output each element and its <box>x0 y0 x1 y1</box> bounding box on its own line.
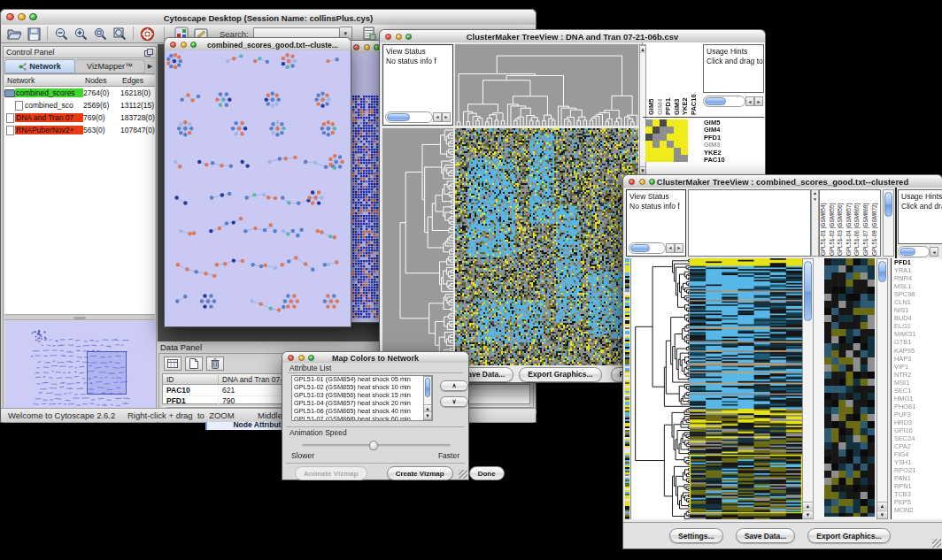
gene-label[interactable]: PUF3 <box>894 410 942 418</box>
treeview2-button-export-graphics-[interactable]: Export Graphics... <box>807 528 890 543</box>
column-label[interactable]: YKE2 <box>681 46 690 115</box>
network1-graph[interactable] <box>165 50 351 326</box>
gene-label[interactable]: TCB3 <box>894 490 942 498</box>
gene-label[interactable]: YSH1 <box>894 458 942 466</box>
resize-grip[interactable] <box>932 539 941 548</box>
gene-label[interactable]: ELG1 <box>894 322 942 330</box>
attribute-list[interactable]: GPL51-01 (GSM854) heat shock 05 minGPL51… <box>291 375 433 421</box>
column-label[interactable]: GPL51-03 (GSM856) <box>837 190 845 256</box>
treeview1-button-export-graphics-[interactable]: Export Graphics... <box>519 367 601 382</box>
minimize-icon[interactable] <box>181 42 187 48</box>
gene-label[interactable]: MAK31 <box>894 330 942 338</box>
gene-label[interactable]: YRA1 <box>894 266 942 274</box>
matrix-cell[interactable] <box>660 119 667 127</box>
zoom-selected-icon[interactable] <box>90 26 110 42</box>
matrix-cell[interactable] <box>667 141 674 148</box>
open-file-button[interactable] <box>4 26 24 42</box>
treeview2-row-dendrogram[interactable] <box>631 258 690 519</box>
network-list-row[interactable]: combined_sco2569(6)13112(15) <box>4 99 155 111</box>
column-label[interactable]: GIM4 <box>656 46 665 115</box>
matrix-cell[interactable] <box>674 148 681 155</box>
animation-speed-slider[interactable] <box>302 444 451 447</box>
matrix-cell[interactable] <box>660 141 667 148</box>
zoom-window-icon[interactable] <box>405 34 412 40</box>
move-up-button[interactable]: ∧ <box>440 380 468 391</box>
tab-vizmapper[interactable]: VizMapper™ <box>75 59 145 73</box>
matrix-cell[interactable] <box>645 148 652 155</box>
gene-label[interactable]: PFD1 <box>894 258 942 266</box>
gene-label[interactable]: BUD4 <box>894 314 942 322</box>
scroll-right-icon[interactable]: ▸ <box>754 96 763 106</box>
minimize-icon[interactable] <box>18 13 26 21</box>
gene-label[interactable]: FIG4 <box>894 450 942 458</box>
usage-hints-hscrollbar[interactable]: ◂ <box>898 246 938 257</box>
matrix-cell[interactable] <box>667 119 674 127</box>
attribute-list-item[interactable]: GPL51-06 (GSM865) heat shock 40 min <box>292 408 432 416</box>
matrix-cell[interactable] <box>681 119 688 127</box>
gene-label[interactable]: MON2 <box>894 506 942 514</box>
zoom-window-icon[interactable] <box>29 13 37 21</box>
close-icon[interactable] <box>353 44 359 50</box>
matrix-cell[interactable] <box>667 134 674 141</box>
column-label[interactable]: GIM3 <box>673 46 682 115</box>
col-nodes[interactable]: Nodes <box>85 76 122 85</box>
treeview2-zoom-vscrollbar[interactable]: ▲▼ <box>876 258 888 519</box>
matrix-cell[interactable] <box>652 148 660 155</box>
view-status-hscrollbar[interactable]: ◂▸ <box>385 111 451 123</box>
gene-label[interactable]: SEC1 <box>894 387 942 395</box>
gene-label[interactable]: PEP5 <box>894 498 942 506</box>
matrix-cell[interactable] <box>645 141 652 148</box>
gene-label[interactable]: MSI1 <box>894 379 942 387</box>
treeview1-column-dendrogram[interactable] <box>455 44 638 126</box>
matrix-cell[interactable] <box>674 155 681 162</box>
matrix-cell[interactable] <box>652 134 660 141</box>
matrix-cell[interactable] <box>674 127 681 134</box>
gene-label[interactable]: CLN1 <box>894 298 942 306</box>
gene-label[interactable]: GTB1 <box>894 338 942 346</box>
matrix-cell[interactable] <box>681 148 688 155</box>
attribute-list-vscrollbar[interactable]: ▲▼ <box>423 376 432 420</box>
matrix-cell[interactable] <box>681 155 688 162</box>
gene-label[interactable]: SEC24 <box>894 434 942 442</box>
gene-label[interactable]: PAN1 <box>894 474 942 482</box>
column-label[interactable]: GPL51-01 (GSM854) <box>820 190 829 256</box>
matrix-cell[interactable] <box>652 141 660 148</box>
matrix-cell[interactable] <box>674 119 681 127</box>
network-list-row[interactable]: RNAPuberNov2+563(0)107847(0) <box>4 124 155 136</box>
minimize-icon[interactable] <box>639 179 645 185</box>
tab-network[interactable]: Network <box>4 59 75 73</box>
treeview2-heatmap-vscrollbar[interactable]: ▲▼ <box>802 258 814 519</box>
close-icon[interactable] <box>629 179 635 185</box>
gene-label[interactable]: VIP1 <box>894 363 942 371</box>
column-label[interactable]: PFD1 <box>664 46 673 115</box>
scroll-right-icon[interactable]: ▸ <box>675 243 683 253</box>
attribute-list-item[interactable]: GPL51-03 (GSM856) heat shock 15 min <box>292 392 432 400</box>
zoom-fit-icon[interactable] <box>110 26 129 42</box>
network2-graph[interactable] <box>352 96 381 318</box>
gene-label[interactable]: SPC98 <box>894 290 942 298</box>
column-label[interactable]: GIM5 <box>647 46 656 115</box>
col-network[interactable]: Network <box>4 76 85 85</box>
network1-canvas-area[interactable] <box>164 50 351 327</box>
zoom-in-icon[interactable] <box>71 26 90 42</box>
network-list-row[interactable]: DNA and Tran 07769(0)183728(0) <box>4 111 155 124</box>
treeview2-zoom-heatmap[interactable] <box>824 258 875 517</box>
gene-label[interactable]: PHO81 <box>894 403 942 410</box>
column-label[interactable]: GPL51-04 (GSM857) <box>845 190 854 256</box>
attribute-list-item[interactable]: GPL51-04 (GSM857) heat shock 20 min <box>292 400 432 408</box>
panel-splitter[interactable] <box>4 314 155 320</box>
matrix-cell[interactable] <box>681 127 688 134</box>
treeview1-zoom-heatmap[interactable] <box>645 119 688 162</box>
matrix-cell[interactable] <box>645 155 652 162</box>
main-titlebar[interactable]: Cytoscape Desktop (Session Name: collins… <box>0 9 537 27</box>
matrix-cell[interactable] <box>645 127 652 134</box>
new-attribute-icon[interactable] <box>185 357 203 371</box>
matrix-cell[interactable] <box>645 134 652 141</box>
column-label[interactable]: GPL51-02 (GSM855) <box>829 190 838 256</box>
matrix-cell[interactable] <box>674 141 681 148</box>
column-label[interactable]: GPL51-07 (GSM868) <box>862 190 871 256</box>
network-list-row[interactable]: combined_scores2764(0)16218(0) <box>4 87 155 99</box>
scroll-left-icon[interactable]: ◂ <box>745 96 754 106</box>
zoom-out-icon[interactable] <box>51 26 71 42</box>
attribute-select-icon[interactable] <box>164 357 181 371</box>
